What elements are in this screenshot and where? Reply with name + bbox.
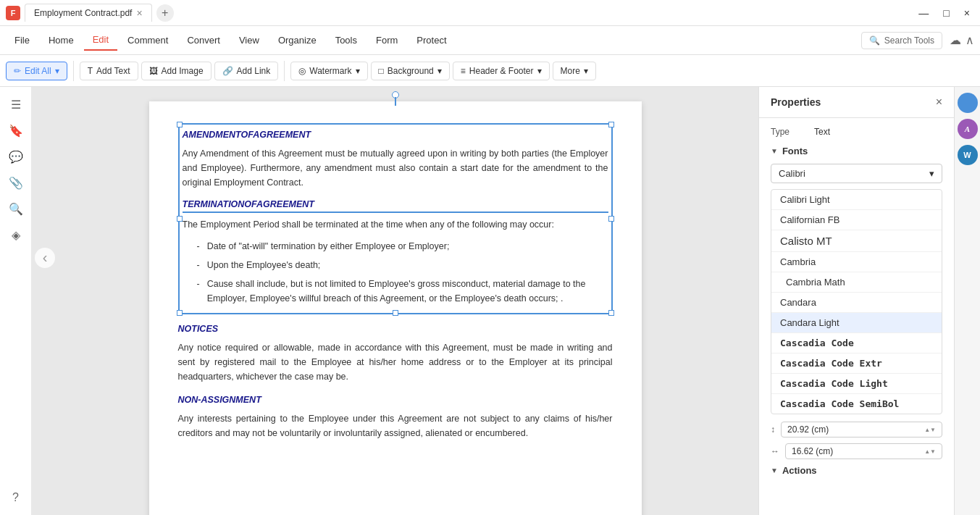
sidebar-icon-pages[interactable]: ☰ — [4, 93, 28, 116]
far-right-bar: A W — [954, 87, 980, 515]
watermark-dropdown-icon: ▾ — [356, 66, 360, 76]
sidebar-icon-search[interactable]: 🔍 — [4, 197, 28, 220]
handle-ml[interactable] — [177, 216, 183, 222]
word-icon[interactable]: W — [958, 145, 978, 165]
menu-form[interactable]: Form — [367, 30, 406, 50]
bullet-3: - Cause shall include, but is not limite… — [183, 277, 608, 306]
menu-home[interactable]: Home — [40, 30, 83, 50]
font-dropdown-arrow: ▾ — [929, 168, 934, 179]
font-item-cascadia-code-extra[interactable]: Cascadia Code Extr — [771, 353, 942, 374]
panel-close-button[interactable]: × — [936, 96, 942, 109]
menu-edit[interactable]: Edit — [84, 30, 117, 51]
menu-protect[interactable]: Protect — [408, 30, 455, 50]
sidebar-icon-bookmarks[interactable]: 🔖 — [4, 119, 28, 142]
font-item-cambria[interactable]: Cambria — [771, 252, 942, 272]
new-tab-button[interactable]: + — [156, 4, 174, 22]
font-item-cambria-math[interactable]: Cambria Math — [771, 272, 942, 293]
text-block-amendment[interactable]: AMENDMENTOFAGREEMENT Any Amendment of th… — [178, 123, 613, 314]
main-content: ☰ 🔖 💬 📎 🔍 ◈ ? AMENDMENTOFAGREEMENT A — [0, 87, 980, 515]
more-button[interactable]: More ▾ — [553, 62, 596, 80]
bullet-2: - Upon the Employee's death; — [183, 258, 608, 272]
type-label: Type — [771, 127, 814, 137]
watermark-icon: ◎ — [298, 66, 306, 76]
menu-tools[interactable]: Tools — [327, 30, 366, 50]
edit-icon: ✏ — [14, 66, 21, 76]
add-image-label: Add Image — [162, 66, 204, 76]
width-stepper[interactable]: ▲▼ — [924, 448, 936, 455]
actions-section-toggle[interactable]: ▼ Actions — [771, 465, 942, 476]
font-list: Calibri Light Californian FB Calisto MT … — [771, 189, 942, 414]
user-icon[interactable] — [958, 93, 978, 113]
font-item-calibri-light[interactable]: Calibri Light — [771, 190, 942, 210]
menu-organize[interactable]: Organize — [269, 30, 325, 50]
more-dropdown-icon: ▾ — [584, 66, 588, 76]
handle-tl[interactable] — [177, 122, 183, 127]
header-footer-button[interactable]: ≡ Header & Footer ▾ — [453, 62, 550, 80]
font-item-californian-fb[interactable]: Californian FB — [771, 210, 942, 230]
document-area[interactable]: AMENDMENTOFAGREEMENT Any Amendment of th… — [32, 87, 758, 515]
body-amendment: Any Amendment of this Agreement must be … — [183, 146, 608, 190]
bullet-dash-1: - — [197, 239, 200, 254]
tab-close-button[interactable]: × — [136, 7, 142, 19]
handle-mr[interactable] — [608, 216, 614, 222]
search-icon: 🔍 — [869, 35, 880, 46]
panel-header: Properties × — [759, 87, 954, 118]
menu-view[interactable]: View — [230, 30, 268, 50]
sidebar-icon-help[interactable]: ? — [4, 486, 28, 509]
menu-file[interactable]: File — [6, 30, 38, 50]
add-link-button[interactable]: 🔗 Add Link — [214, 62, 279, 80]
add-text-label: Add Text — [96, 66, 130, 76]
background-label: Background — [388, 66, 434, 76]
heading-notices: NOTICES — [178, 322, 613, 336]
sidebar-icon-comments[interactable]: 💬 — [4, 145, 28, 168]
active-tab[interactable]: Employment Contract.pdf × — [25, 4, 152, 22]
sidebar-icon-attachments[interactable]: 📎 — [4, 171, 28, 194]
handle-tr[interactable] — [608, 122, 614, 127]
background-icon: □ — [379, 66, 384, 76]
height-stepper[interactable]: ▲▼ — [924, 427, 936, 433]
pdf-page: AMENDMENTOFAGREEMENT Any Amendment of th… — [149, 101, 642, 515]
width-icon: ↔ — [771, 446, 779, 456]
handle-bl[interactable] — [177, 310, 183, 316]
header-footer-icon: ≡ — [461, 66, 466, 76]
font-item-calisto-mt[interactable]: Calisto MT — [771, 230, 942, 252]
minimize-button[interactable]: — — [914, 7, 933, 19]
ai-assistant-icon[interactable]: A — [958, 119, 978, 139]
collapse-top-icon[interactable]: ∧ — [966, 33, 974, 47]
background-button[interactable]: □ Background ▾ — [371, 62, 450, 80]
font-item-candara-light[interactable]: Candara Light — [771, 313, 942, 333]
maximize-button[interactable]: □ — [939, 7, 953, 19]
toolbar: ✏ Edit All ▾ T Add Text 🖼 Add Image 🔗 Ad… — [0, 55, 980, 87]
height-input[interactable]: 20.92 (cm) ▲▼ — [781, 422, 942, 437]
sidebar-icon-layers[interactable]: ◈ — [4, 223, 28, 246]
font-selector[interactable]: Calibri ▾ — [771, 164, 942, 183]
fonts-section-toggle[interactable]: ▼ Fonts — [771, 146, 942, 156]
font-item-candara[interactable]: Candara — [771, 293, 942, 313]
cloud-icon[interactable]: ☁ — [950, 33, 961, 47]
add-text-button[interactable]: T Add Text — [80, 62, 138, 80]
titlebar: F Employment Contract.pdf × + — □ × — [0, 0, 980, 26]
toolbar-divider-1 — [73, 61, 74, 81]
search-tools-button[interactable]: 🔍 Search Tools — [861, 32, 942, 49]
header-footer-dropdown-icon: ▾ — [537, 66, 542, 76]
add-link-icon: 🔗 — [222, 66, 233, 76]
actions-toggle-arrow: ▼ — [771, 466, 778, 474]
menu-convert[interactable]: Convert — [178, 30, 229, 50]
bullet-text-1: Date of "at-will" termination by either … — [207, 239, 450, 254]
edit-all-button[interactable]: ✏ Edit All ▾ — [6, 62, 67, 80]
add-image-icon: 🖼 — [149, 66, 158, 76]
menu-comment[interactable]: Comment — [119, 30, 177, 50]
prev-page-button[interactable]: ‹ — [35, 248, 55, 268]
add-image-button[interactable]: 🖼 Add Image — [141, 62, 212, 80]
watermark-button[interactable]: ◎ Watermark ▾ — [290, 62, 367, 80]
app-logo: F — [6, 6, 20, 20]
font-item-cascadia-code-light[interactable]: Cascadia Code Light — [771, 374, 942, 394]
close-button[interactable]: × — [960, 7, 974, 19]
font-item-cascadia-code[interactable]: Cascadia Code — [771, 333, 942, 353]
heading-amendment: AMENDMENTOFAGREEMENT — [183, 127, 608, 142]
handle-br[interactable] — [608, 310, 614, 316]
font-item-cascadia-code-semibold[interactable]: Cascadia Code SemiBol — [771, 394, 942, 414]
handle-bm[interactable] — [393, 310, 398, 316]
bullet-dash-3: - — [197, 277, 200, 306]
width-input[interactable]: 16.62 (cm) ▲▼ — [785, 443, 942, 459]
